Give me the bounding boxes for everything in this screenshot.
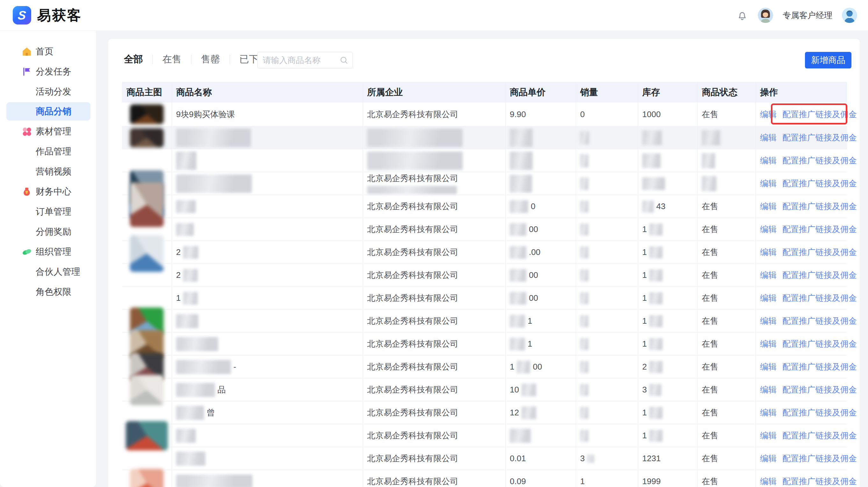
table-row: 1北京易企秀科技有限公司001在售编辑配置推广链接及佣金 [122, 287, 847, 310]
tab-全部[interactable]: 全部 [123, 53, 153, 66]
configure-promo-link[interactable]: 配置推广链接及佣金 [782, 132, 857, 143]
sidebar-item-分佣奖励[interactable]: 分佣奖励 [0, 222, 96, 241]
price-cell: 12 [505, 401, 576, 424]
sidebar-item-合伙人管理[interactable]: 合伙人管理 [0, 262, 96, 282]
sidebar-item-商品分销[interactable]: 商品分销 [6, 102, 90, 121]
price-cell-text: 0 [531, 201, 535, 212]
sales-cell-text: 1 [580, 477, 585, 486]
edit-link[interactable]: 编辑 [760, 361, 777, 372]
redacted-text [176, 200, 196, 213]
thumbnail-cell [122, 195, 172, 218]
add-product-button[interactable]: 新增商品 [805, 52, 851, 68]
sidebar-item-素材管理[interactable]: 素材管理 [0, 121, 96, 141]
configure-promo-link[interactable]: 配置推广链接及佣金 [782, 476, 857, 487]
edit-link[interactable]: 编辑 [760, 476, 777, 487]
edit-link[interactable]: 编辑 [760, 338, 777, 350]
configure-promo-link[interactable]: 配置推广链接及佣金 [782, 269, 857, 281]
sidebar-item-label: 组织管理 [36, 246, 71, 258]
configure-promo-link[interactable]: 配置推广链接及佣金 [782, 247, 857, 258]
product-name-cell [172, 172, 363, 195]
configure-promo-link[interactable]: 配置推广链接及佣金 [782, 407, 857, 418]
configure-promo-link[interactable]: 配置推广链接及佣金 [782, 453, 857, 464]
tab-在售[interactable]: 在售 [153, 53, 191, 66]
edit-link[interactable]: 编辑 [760, 132, 777, 143]
edit-link[interactable]: 编辑 [760, 316, 777, 327]
notification-bell-icon[interactable] [736, 9, 748, 21]
edit-link[interactable]: 编辑 [760, 293, 777, 304]
sidebar-item-分发任务[interactable]: 分发任务 [0, 61, 96, 82]
stock-cell: 1 [638, 264, 697, 287]
tab-售罄[interactable]: 售罄 [191, 53, 229, 66]
sidebar-item-订单管理[interactable]: 订单管理 [0, 201, 96, 222]
sidebar-item-label: 分佣奖励 [36, 226, 71, 238]
status-cell-text: 在售 [702, 338, 718, 350]
configure-promo-link[interactable]: 配置推广链接及佣金 [782, 201, 857, 212]
sidebar-item-首页[interactable]: 首页 [0, 41, 96, 61]
configure-promo-link[interactable]: 配置推广链接及佣金 [782, 109, 857, 120]
configure-promo-link[interactable]: 配置推广链接及佣金 [782, 224, 857, 235]
company-cell-text: 北京易企秀科技有限公司 [367, 430, 458, 441]
sidebar-item-营销视频[interactable]: 营销视频 [0, 161, 96, 182]
product-thumbnail [130, 128, 164, 148]
edit-link[interactable]: 编辑 [760, 453, 777, 464]
edit-link[interactable]: 编辑 [760, 201, 777, 212]
edit-link[interactable]: 编辑 [760, 224, 777, 235]
sales-cell [576, 424, 638, 447]
configure-promo-link[interactable]: 配置推广链接及佣金 [782, 316, 857, 327]
actions-cell: 编辑配置推广链接及佣金 [755, 218, 847, 240]
sales-cell-text: 0 [580, 109, 585, 119]
search-input[interactable] [263, 55, 339, 65]
redacted-text [510, 338, 525, 351]
redacted-text [580, 177, 588, 190]
account-manager-avatar[interactable] [758, 8, 773, 23]
user-avatar[interactable] [842, 8, 857, 23]
configure-promo-link[interactable]: 配置推广链接及佣金 [782, 155, 857, 166]
icon-slot-empty [21, 106, 32, 117]
edit-link[interactable]: 编辑 [760, 407, 777, 418]
edit-link[interactable]: 编辑 [760, 247, 777, 258]
price-cell: 0.09 [505, 470, 576, 487]
sidebar-item-组织管理[interactable]: 组织管理 [0, 241, 96, 262]
edit-link[interactable]: 编辑 [760, 109, 777, 120]
stock-cell: 1000 [638, 102, 697, 126]
edit-link[interactable]: 编辑 [760, 430, 777, 441]
status-cell-text: 在售 [702, 407, 718, 418]
sidebar-item-财务中心[interactable]: ¥财务中心 [0, 182, 96, 201]
stock-cell: 1 [638, 401, 697, 424]
company-cell: 北京易企秀科技有限公司 [363, 287, 505, 310]
stock-cell: 1 [638, 241, 697, 264]
configure-promo-link[interactable]: 配置推广链接及佣金 [782, 384, 857, 395]
redacted-text [642, 177, 665, 190]
edit-link[interactable]: 编辑 [760, 155, 777, 166]
sidebar-item-活动分发[interactable]: 活动分发 [0, 82, 96, 101]
company-cell-text: 北京易企秀科技有限公司 [367, 384, 458, 395]
configure-promo-link[interactable]: 配置推广链接及佣金 [782, 338, 857, 350]
edit-link[interactable]: 编辑 [760, 178, 777, 189]
redacted-text [510, 200, 528, 213]
configure-promo-link[interactable]: 配置推广链接及佣金 [782, 293, 857, 304]
table-row: 2北京易企秀科技有限公司.001在售编辑配置推广链接及佣金 [122, 241, 847, 264]
sidebar-item-角色权限[interactable]: 角色权限 [0, 282, 96, 302]
stock-cell: 1 [638, 424, 697, 447]
configure-promo-link[interactable]: 配置推广链接及佣金 [782, 361, 857, 372]
actions-cell: 编辑配置推广链接及佣金 [755, 195, 847, 218]
product-thumbnail [130, 469, 164, 487]
configure-promo-link[interactable]: 配置推广链接及佣金 [782, 430, 857, 441]
product-name-cell-text: - [234, 362, 236, 372]
configure-promo-link[interactable]: 配置推广链接及佣金 [782, 178, 857, 189]
edit-link[interactable]: 编辑 [760, 384, 777, 395]
actions-cell: 编辑配置推广链接及佣金 [755, 149, 847, 172]
stock-cell-text: 3 [642, 385, 647, 395]
status-cell-text: 在售 [702, 453, 718, 464]
table-row: 北京易企秀科技有限公司11在售编辑配置推广链接及佣金 [122, 310, 847, 333]
company-cell-text: 北京易企秀科技有限公司 [367, 338, 458, 350]
sidebar-item-作品管理[interactable]: 作品管理 [0, 141, 96, 161]
icon-slot-empty [21, 86, 32, 97]
search-icon[interactable] [339, 55, 349, 65]
table-header-row: 商品主图商品名称所属企业商品单价销量库存商品状态操作 [122, 82, 847, 102]
price-cell-text: 00 [529, 293, 538, 303]
thumbnail-cell [122, 126, 172, 149]
stock-cell: 2 [638, 356, 697, 378]
edit-link[interactable]: 编辑 [760, 269, 777, 281]
stock-cell: 1 [638, 333, 697, 355]
